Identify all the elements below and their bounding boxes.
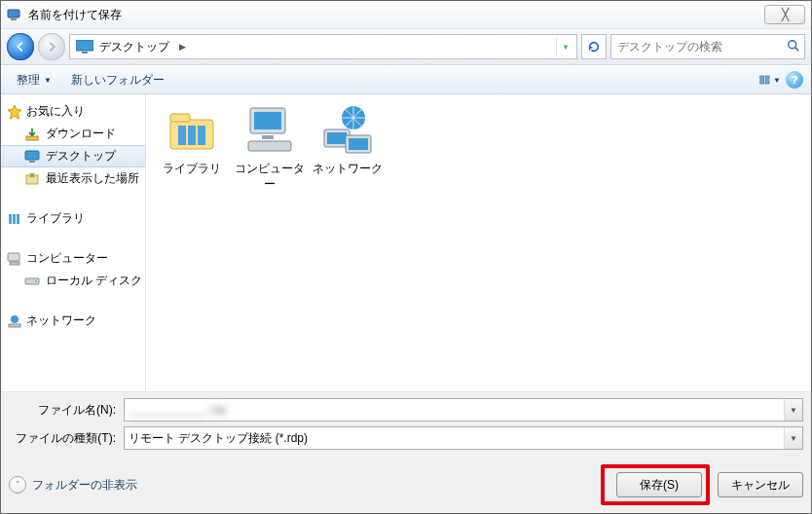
recent-icon — [24, 171, 40, 187]
svg-rect-24 — [170, 114, 190, 122]
svg-rect-11 — [25, 151, 39, 160]
star-icon — [7, 104, 22, 120]
svg-rect-31 — [248, 141, 291, 151]
svg-line-5 — [795, 47, 799, 51]
sidebar-item-desktop[interactable]: デスクトップ — [1, 145, 145, 167]
svg-rect-2 — [76, 40, 93, 51]
svg-rect-0 — [8, 10, 19, 18]
svg-rect-3 — [82, 52, 88, 54]
filetype-select[interactable]: リモート デスクトップ接続 (*.rdp) ▼ — [124, 426, 803, 450]
close-button[interactable]: ╳ — [764, 5, 805, 24]
svg-rect-9 — [765, 81, 769, 84]
download-icon — [24, 127, 40, 142]
filename-value: ____________.rdp — [129, 403, 227, 417]
item-libraries[interactable]: ライブラリ — [154, 102, 230, 176]
svg-rect-35 — [349, 138, 368, 150]
sidebar-computer[interactable]: コンピューター — [1, 247, 145, 270]
bottom-panel: ファイル名(N): ____________.rdp ▼ ファイルの種類(T):… — [1, 391, 811, 513]
svg-rect-10 — [26, 136, 38, 140]
svg-rect-14 — [9, 214, 12, 224]
svg-rect-1 — [11, 18, 17, 20]
address-dropdown[interactable]: ▼ — [556, 37, 574, 56]
chevron-down-icon: ▼ — [44, 76, 52, 85]
save-highlight: 保存(S) — [601, 464, 710, 505]
sidebar-favorites[interactable]: お気に入り — [1, 100, 145, 123]
svg-rect-17 — [8, 253, 19, 261]
desktop-icon — [76, 40, 93, 54]
svg-rect-12 — [29, 161, 35, 163]
computer-large-icon — [242, 102, 297, 157]
chevron-down-icon[interactable]: ▼ — [784, 399, 802, 421]
forward-button[interactable] — [38, 33, 65, 60]
new-folder-button[interactable]: 新しいフォルダー — [63, 69, 172, 92]
svg-point-4 — [789, 40, 796, 48]
svg-rect-30 — [262, 135, 274, 139]
svg-point-20 — [35, 280, 37, 282]
nav-bar: デスクトップ ▶ ▼ — [1, 29, 811, 65]
titlebar: 名前を付けて保存 ╳ — [1, 1, 811, 29]
svg-rect-8 — [760, 81, 764, 84]
cancel-button[interactable]: キャンセル — [718, 472, 803, 497]
svg-rect-13 — [26, 175, 38, 184]
sidebar-network[interactable]: ネットワーク — [1, 310, 145, 332]
search-icon — [787, 39, 800, 55]
refresh-button[interactable] — [581, 34, 607, 59]
filetype-label: ファイルの種類(T): — [9, 430, 124, 447]
folders-toggle[interactable]: ˄ フォルダーの非表示 — [9, 476, 137, 494]
organize-button[interactable]: 整理 ▼ — [9, 69, 59, 92]
svg-rect-26 — [188, 126, 196, 145]
network-icon — [7, 313, 22, 329]
address-bar[interactable]: デスクトップ ▶ ▼ — [69, 34, 577, 59]
search-box[interactable] — [610, 34, 805, 59]
svg-rect-6 — [760, 76, 764, 79]
app-icon — [7, 7, 22, 22]
chevron-up-icon: ˄ — [9, 476, 26, 494]
sidebar: お気に入り ダウンロード デスクトップ — [1, 94, 146, 391]
toolbar: 整理 ▼ 新しいフォルダー ▼ ? — [1, 65, 811, 94]
filename-label: ファイル名(N): — [9, 402, 124, 419]
desktop-icon — [24, 149, 40, 165]
sidebar-item-downloads[interactable]: ダウンロード — [1, 123, 145, 145]
drive-icon — [24, 274, 40, 289]
sidebar-item-localdisk[interactable]: ローカル ディスク — [1, 270, 145, 292]
item-computer[interactable]: コンピューター — [232, 102, 308, 192]
svg-rect-15 — [13, 214, 16, 224]
svg-rect-27 — [198, 126, 205, 145]
save-button[interactable]: 保存(S) — [616, 472, 702, 497]
search-input[interactable] — [615, 39, 787, 55]
libraries-large-icon — [165, 106, 219, 153]
libraries-icon — [7, 211, 22, 227]
address-location: デスクトップ — [99, 39, 169, 55]
breadcrumb-arrow-icon[interactable]: ▶ — [179, 42, 186, 52]
svg-rect-25 — [178, 126, 186, 145]
svg-rect-7 — [765, 76, 769, 79]
save-dialog: 名前を付けて保存 ╳ デスクトップ ▶ ▼ — [0, 0, 812, 514]
view-options-button[interactable]: ▼ — [758, 69, 782, 91]
item-network[interactable]: ネットワーク — [310, 102, 386, 176]
chevron-down-icon[interactable]: ▼ — [784, 427, 802, 449]
svg-rect-29 — [254, 112, 281, 129]
svg-rect-33 — [327, 132, 347, 144]
svg-rect-16 — [17, 214, 19, 224]
svg-rect-18 — [10, 262, 19, 265]
sidebar-libraries[interactable]: ライブラリ — [1, 207, 145, 230]
filename-input[interactable]: ____________.rdp ▼ — [124, 398, 803, 422]
back-button[interactable] — [7, 33, 34, 60]
chevron-down-icon: ▼ — [773, 76, 781, 85]
svg-point-21 — [11, 315, 18, 323]
filetype-value: リモート デスクトップ接続 (*.rdp) — [129, 430, 308, 447]
help-button[interactable]: ? — [786, 71, 803, 89]
file-pane[interactable]: ライブラリ コンピューター — [146, 94, 811, 391]
sidebar-item-recent[interactable]: 最近表示した場所 — [1, 167, 145, 190]
svg-rect-22 — [9, 324, 20, 327]
computer-icon — [7, 251, 22, 267]
network-large-icon — [320, 102, 375, 157]
window-title: 名前を付けて保存 — [28, 7, 764, 23]
